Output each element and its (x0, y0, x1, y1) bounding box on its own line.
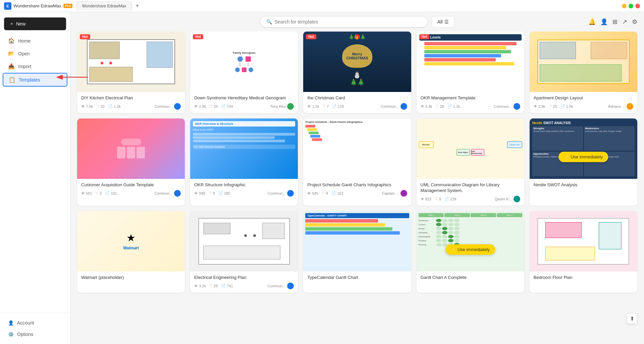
template-card-6[interactable]: Customer Acquisition Guide Template 👁 58… (77, 118, 185, 206)
avatar (174, 190, 181, 197)
card-meta: 👁 7.5k ♡ 32 📄 1.2k Commun... (81, 103, 181, 110)
new-tab-button[interactable]: + (133, 2, 141, 10)
user-circle-icon[interactable]: 👤 (600, 18, 608, 26)
template-card-14[interactable]: Step 1Step 2Step 3Step 4 Passwords Conte… (417, 211, 524, 293)
card-thumbnail: TypeCalendar - GANTY CHART (303, 211, 411, 272)
eye-icon: 👁 (421, 197, 424, 201)
views-count: 👁 545 (307, 191, 318, 195)
sidebar-item-home[interactable]: 🏠 Home (3, 35, 67, 47)
eye-icon: 👁 (534, 104, 537, 108)
heart-icon: ♡ (209, 191, 212, 195)
template-card-7[interactable]: OKR Overview & Structure What is an OKR?… (190, 118, 298, 206)
bell-icon[interactable]: 🔔 (588, 18, 596, 26)
card-thumbnail (77, 118, 185, 179)
card-info: Down Syndrome Hereditary Medical Genogra… (190, 92, 298, 113)
card-thumbnail: Hot Family Genogram (190, 32, 298, 92)
card-meta: 👁 3.3k ♡ 28 📄 1.1k Commun... (421, 103, 520, 110)
author-name: Commun... (268, 191, 286, 195)
card-author: Adriano ... (608, 103, 633, 110)
card-author: Tony Rev (270, 103, 294, 110)
template-card-12[interactable]: Electrical Engineering Plan 👁 3.2k ♡ 29 … (190, 211, 298, 293)
card-info: Electrical Engineering Plan 👁 3.2k ♡ 29 … (190, 272, 298, 293)
template-card-13[interactable]: TypeCalendar - GANTY CHART TypeCalendar … (303, 211, 411, 293)
likes-count: ♡ 9 (209, 191, 215, 195)
apps-icon[interactable]: ⊞ (612, 18, 618, 26)
template-card-11[interactable]: ★ Walmart Walmart (placeholder) (77, 211, 185, 293)
template-card-3[interactable]: Hot 🎄🎁🎄 MerryCHRISTMAS ⛄ 🎄🎄 the Christma… (303, 32, 411, 113)
card-author: Commun... (381, 103, 407, 110)
template-card-4[interactable]: Hot OKR Levels OKR Management Template (417, 32, 524, 113)
template-card-9[interactable]: Member Library Sys Book Mgmt Half Member… (417, 118, 524, 206)
template-card-1[interactable]: Hot DIY Kitchen Electrical Plan 👁 7.5k (77, 32, 185, 113)
app-logo: E Wondershare EdrawMax Pro (4, 2, 72, 10)
eye-icon: 👁 (194, 104, 198, 108)
minimize-button[interactable] (622, 4, 627, 8)
likes-count: ♡ 25 (549, 104, 557, 108)
card-author: Commun... (268, 283, 294, 289)
sidebar-bottom: 👤 Account ⚙️ Options (0, 313, 70, 344)
card-title: Customer Acquisition Guide Template (81, 182, 181, 188)
copy-icon: 📄 (447, 104, 452, 108)
card-author: Commun... (154, 190, 181, 197)
card-title: DIY Kitchen Electrical Plan (81, 95, 181, 101)
copies-count: 📄 126 (332, 104, 344, 108)
card-info: OKR Management Template 👁 3.3k ♡ 28 📄 1.… (417, 92, 524, 113)
maximize-button[interactable] (629, 4, 633, 8)
avatar (174, 103, 181, 110)
tab-bar: Wondershare EdrawMax + (76, 1, 622, 10)
template-card-15[interactable]: Bedroom Floor Plan (530, 211, 637, 293)
card-title: Nestle SWOT Analysis (534, 182, 633, 188)
views-count: 👁 923 (421, 197, 431, 201)
heart-icon: ♡ (322, 104, 326, 108)
settings-icon[interactable]: ⚙ (632, 18, 637, 26)
likes-count: ♡ 9 (435, 197, 441, 201)
copies-count: 📄 191 (105, 191, 117, 195)
copies-count: 📄 239 (444, 197, 456, 201)
sidebar-item-open[interactable]: 📂 Open (3, 47, 67, 60)
main-tab[interactable]: Wondershare EdrawMax (76, 1, 132, 10)
avatar (287, 190, 294, 197)
use-immediately-button[interactable]: 🌟 Use immediately (445, 244, 495, 255)
card-title: UML Communication Diagram for Library Ma… (421, 182, 520, 194)
likes-count: ♡ 29 (209, 284, 218, 288)
heart-icon: ♡ (95, 191, 99, 195)
sidebar-item-account[interactable]: 👤 Account (3, 317, 67, 329)
card-thumbnail: Hot 🎄🎁🎄 MerryCHRISTMAS ⛄ 🎄🎄 (303, 32, 411, 92)
sidebar-item-import[interactable]: 📥 Import (3, 60, 67, 72)
card-info: Project Schedule Gantt Charts Infographi… (303, 179, 411, 200)
author-name: Commun... (154, 191, 172, 195)
template-card-5[interactable]: Apartment Design Layout 👁 2.9k ♡ 25 📄 1.… (530, 32, 637, 113)
sidebar-item-templates[interactable]: 📋 Templates (3, 73, 67, 87)
scroll-top-button[interactable]: ⬆ (627, 313, 637, 324)
use-immediately-button[interactable]: 🌟 Use immediately (559, 152, 608, 162)
views-count: 👁 7.5k (81, 104, 93, 108)
card-thumbnail (530, 211, 637, 272)
card-title: OKR Structure Infographic (194, 182, 294, 188)
new-button[interactable]: ＋ New (4, 17, 66, 30)
templates-icon: 📋 (9, 77, 15, 83)
card-meta: 👁 948 ♡ 9 📄 185 Commun... (194, 190, 294, 197)
card-info: TypeCalendar Gantt Chart (303, 272, 411, 286)
template-card-2[interactable]: Hot Family Genogram (190, 32, 298, 113)
heart-icon: ♡ (96, 104, 100, 108)
copy-icon: 📄 (444, 197, 449, 201)
views-count: 👁 2.9k (194, 104, 206, 108)
author-name: Commun... (381, 104, 399, 108)
avatar (514, 103, 520, 110)
copy-icon: 📄 (331, 191, 336, 195)
filter-button[interactable]: All ☰ (432, 16, 455, 28)
sidebar: ＋ New 🏠 Home 📂 Open 📥 Import 📋 Templates (0, 12, 70, 344)
card-title: Walmart (placeholder) (81, 275, 181, 281)
card-title: OKR Management Template (421, 95, 520, 101)
template-card-10[interactable]: Nestle SWOT ANALYSIS StrengthsStrong bra… (530, 118, 637, 206)
templates-grid: Hot DIY Kitchen Electrical Plan 👁 7.5k (70, 32, 644, 299)
close-button[interactable] (635, 4, 640, 8)
share-icon[interactable]: ↗ (622, 18, 627, 26)
sidebar-label-home: Home (18, 38, 31, 44)
app-name: Wondershare EdrawMax (13, 3, 61, 8)
sidebar-item-options[interactable]: ⚙️ Options (3, 329, 67, 340)
app-body: ＋ New 🏠 Home 📂 Open 📥 Import 📋 Templates (0, 12, 644, 344)
search-bar[interactable]: 🔍 (260, 16, 428, 28)
search-input[interactable] (275, 19, 421, 24)
template-card-8[interactable]: Project Schedule - Gantt Charts Infograp… (303, 118, 411, 206)
